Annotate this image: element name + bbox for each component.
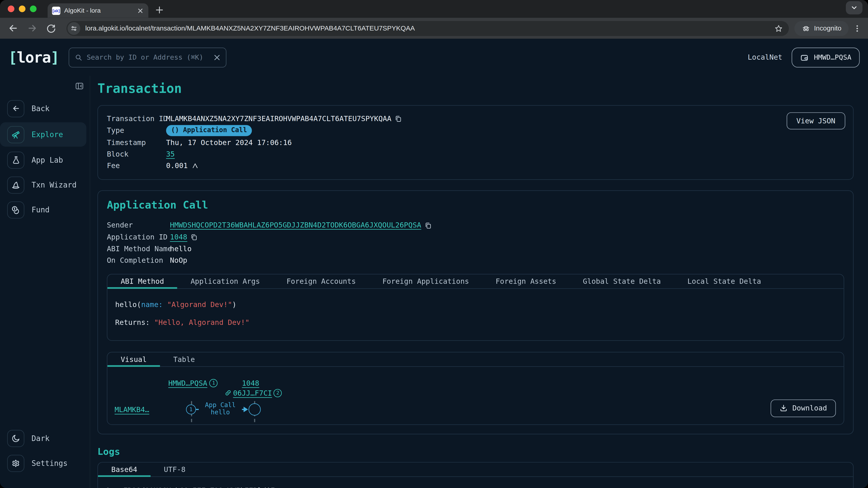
graph-row-transaction-link[interactable]: MLAMKB4… (115, 405, 149, 414)
abi-tabs-card: ABI Method Application Args Foreign Acco… (107, 273, 844, 340)
sidebar-item-back[interactable]: Back (0, 97, 90, 120)
block-link[interactable]: 35 (166, 148, 175, 160)
download-button[interactable]: Download (771, 399, 836, 417)
app-body: Back Explore App Lab (0, 76, 868, 488)
field-label: Transaction ID (107, 113, 166, 125)
application-call-heading: Application Call (107, 199, 844, 211)
browser-menu-icon[interactable] (853, 24, 862, 33)
minimize-window-button[interactable] (19, 5, 25, 12)
network-label[interactable]: LocalNet (748, 53, 782, 61)
tab-foreign-assets[interactable]: Foreign Assets (483, 274, 569, 288)
site-info-icon[interactable] (68, 22, 80, 35)
main-content: Transaction Transaction ID MLAMKB4ANXZ5N… (90, 76, 868, 488)
sender-link[interactable]: HMWDSHQCOPD2T36WBAHLAZ6PO5GDJJZBN4D2TODK… (170, 219, 421, 231)
reload-icon[interactable] (44, 22, 58, 35)
sidebar-item-txn-wizard[interactable]: Txn Wizard (0, 174, 90, 196)
fullscreen-window-button[interactable] (30, 5, 36, 12)
wallet-icon (800, 53, 809, 62)
tab-utf8[interactable]: UTF-8 (151, 462, 199, 476)
search-clear-icon[interactable] (213, 54, 220, 61)
lora-logo[interactable]: [lora] (8, 49, 59, 66)
tab-base64[interactable]: Base64 (98, 462, 151, 476)
transaction-card: Transaction ID MLAMKB4ANXZ5NA2XY7ZNF3EAI… (97, 105, 854, 180)
tab-foreign-accounts[interactable]: Foreign Accounts (273, 274, 369, 288)
logs-tabbar: Base64 UTF-8 (98, 462, 853, 477)
graph-source-node[interactable]: 1 (186, 404, 196, 414)
copy-icon[interactable] (425, 222, 432, 229)
sidebar-item-label: Dark (32, 434, 50, 443)
bookmark-star-icon[interactable] (774, 24, 782, 33)
abi-arg-value: "Algorand Dev!" (167, 300, 232, 308)
copy-icon[interactable] (191, 233, 198, 240)
sidebar-item-settings[interactable]: Settings (0, 452, 90, 474)
view-json-button[interactable]: View JSON (786, 112, 845, 129)
page-title: Transaction (97, 81, 854, 96)
copy-icon[interactable] (395, 115, 402, 123)
link-icon (225, 390, 231, 396)
sidebar: Back Explore App Lab (0, 76, 90, 488)
browser-tab[interactable]: [ak] AlgoKit - lora (48, 3, 149, 18)
timestamp-value: Thu, 17 October 2024 17:06:16 (166, 136, 844, 148)
logs-heading: Logs (97, 446, 854, 457)
transaction-id-row: Transaction ID MLAMKB4ANXZ5NA2XY7ZNF3EAI… (107, 113, 844, 125)
graph-app-link[interactable]: 1048 (242, 379, 259, 387)
sidebar-collapse-icon[interactable] (73, 80, 85, 92)
graph-sender-column: HMWD…PQSA1 (168, 379, 218, 387)
tab-table[interactable]: Table (160, 352, 208, 366)
log-index: 1. (106, 486, 114, 488)
fee-value: 0.001 (166, 160, 188, 172)
app-header: [lora] LocalNet HMWD…PQSA (0, 39, 868, 76)
download-label: Download (792, 404, 827, 412)
sidebar-item-label: Back (32, 104, 50, 113)
url-bar[interactable]: lora.algokit.io/localnet/transaction/MLA… (66, 21, 789, 36)
sidebar-item-explore[interactable]: Explore (0, 122, 86, 147)
graph-sender-link[interactable]: HMWD…PQSA (168, 379, 207, 387)
timestamp-row: Timestamp Thu, 17 October 2024 17:06:16 (107, 136, 844, 148)
sidebar-item-label: Txn Wizard (32, 180, 76, 189)
sidebar-item-fund[interactable]: Fund (0, 199, 90, 221)
type-row: Type () Application Call (107, 125, 844, 136)
edge-label-line2: hello (211, 409, 230, 416)
tab-application-args[interactable]: Application Args (177, 274, 273, 288)
tab-close-icon[interactable] (136, 6, 144, 14)
tab-local-state-delta[interactable]: Local State Delta (674, 274, 774, 288)
graph-edge-label: App Callhello (199, 401, 242, 416)
field-label: Application ID (107, 231, 170, 243)
graph-sender-badge: 1 (210, 379, 218, 387)
graph-target-node[interactable] (249, 403, 261, 416)
logs-content: 1. FR98dQAUSGVsbG8sIEFsZ29yYW5kIERldiE= (98, 477, 853, 488)
search-box[interactable] (68, 47, 226, 67)
arrow-left-icon (7, 100, 24, 117)
on-completion-value: NoOp (170, 255, 844, 266)
abi-method-content: hello(name: "Algorand Dev!") Returns: "H… (107, 289, 844, 340)
on-completion-row: On Completion NoOp (107, 255, 844, 266)
application-id-link[interactable]: 1048 (170, 231, 187, 243)
tab-visual[interactable]: Visual (107, 352, 160, 366)
tab-search-chevron-icon[interactable] (846, 1, 862, 14)
graph-app-sub-link[interactable]: 06JJ…F7CI (233, 389, 272, 397)
wizard-hat-icon (7, 176, 24, 193)
back-nav-icon[interactable] (6, 22, 20, 35)
browser-tabstrip: [ak] AlgoKit - lora (0, 0, 868, 18)
window-controls (8, 5, 36, 12)
tab-global-state-delta[interactable]: Global State Delta (569, 274, 674, 288)
sidebar-item-theme-toggle[interactable]: Dark (0, 427, 90, 449)
tab-abi-method[interactable]: ABI Method (107, 274, 177, 288)
flask-icon (7, 151, 24, 168)
abi-returns-value: "Hello, Algorand Dev!" (154, 318, 250, 326)
wallet-button[interactable]: HMWD…PQSA (792, 47, 860, 67)
abi-method-open: hello( (115, 300, 141, 308)
close-window-button[interactable] (8, 5, 14, 12)
forward-nav-icon[interactable] (26, 22, 39, 35)
search-input[interactable] (87, 53, 209, 61)
browser-window: [ak] AlgoKit - lora (0, 0, 868, 488)
sidebar-item-app-lab[interactable]: App Lab (0, 149, 90, 171)
logs-card: Base64 UTF-8 1. FR98dQAUSGVsbG8sIEFsZ29y… (97, 462, 854, 488)
new-tab-button[interactable] (155, 5, 164, 14)
tab-foreign-applications[interactable]: Foreign Applications (369, 274, 483, 288)
abi-close-paren: ) (232, 300, 237, 308)
graph-app-badge: 2 (274, 389, 282, 397)
wallet-label: HMWD…PQSA (814, 53, 851, 61)
abi-returns-label: Returns: (115, 318, 150, 326)
field-label: Fee (107, 160, 166, 172)
